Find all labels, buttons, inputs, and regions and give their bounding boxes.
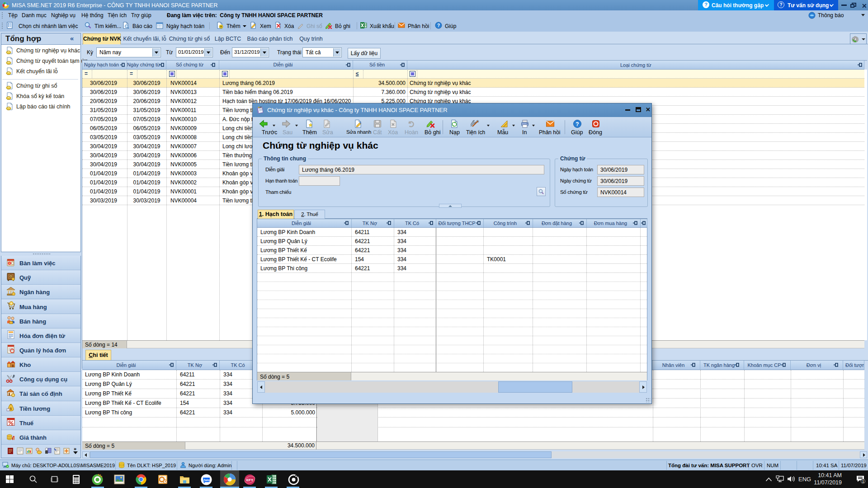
svg-text:?: ?	[437, 23, 440, 28]
svg-text:EFY: EFY	[246, 478, 254, 482]
svg-text:1: 1	[862, 479, 864, 483]
svg-text:Zalo: Zalo	[203, 479, 209, 482]
svg-text:?: ?	[576, 121, 579, 127]
